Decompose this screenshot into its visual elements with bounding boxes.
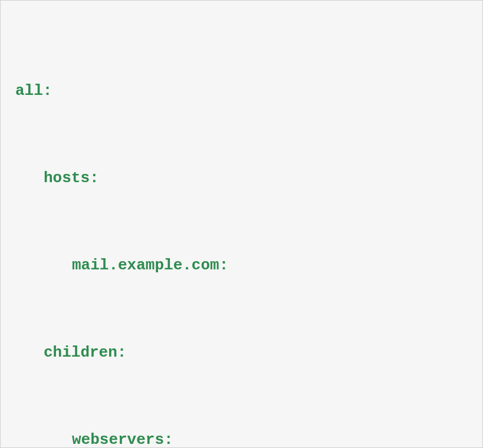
code-line: all: bbox=[15, 77, 468, 106]
code-line: mail.example.com: bbox=[15, 251, 468, 280]
code-line: children: bbox=[15, 338, 468, 367]
code-line: webservers: bbox=[15, 426, 468, 448]
yaml-code-block: all: hosts: mail.example.com: children: … bbox=[15, 18, 468, 448]
code-line: hosts: bbox=[15, 164, 468, 193]
